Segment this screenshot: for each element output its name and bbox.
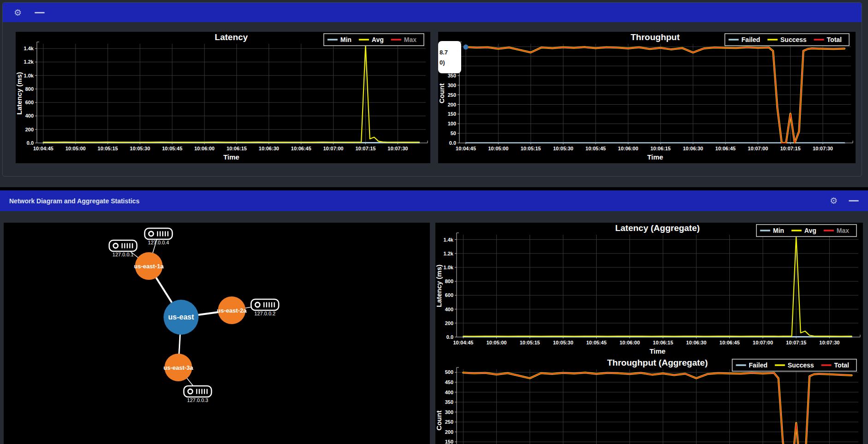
svg-text:10:07:00: 10:07:00 [748, 146, 768, 151]
svg-text:10:06:00: 10:06:00 [194, 146, 215, 151]
latency-aggregate-chart[interactable]: 10:04:4510:05:0010:05:1510:05:3010:05:45… [435, 223, 863, 357]
svg-text:Success: Success [780, 36, 807, 43]
svg-text:Count: Count [435, 410, 443, 430]
svg-text:Max: Max [404, 36, 416, 43]
svg-text:0.0: 0.0 [446, 334, 453, 340]
latency-chart[interactable]: 10:04:4510:05:0010:05:1510:05:3010:05:45… [16, 32, 430, 163]
svg-text:800: 800 [25, 86, 34, 92]
svg-text:200: 200 [445, 320, 453, 326]
throughput-plot: 10:04:4510:05:0010:05:1510:05:3010:05:45… [438, 32, 856, 163]
svg-text:Failed: Failed [749, 361, 767, 369]
minimize-icon[interactable] [35, 12, 45, 13]
svg-text:1.2k: 1.2k [444, 251, 454, 256]
dock-divider [0, 187, 868, 190]
svg-text:10:06:30: 10:06:30 [259, 146, 279, 151]
throughput-aggregate-chart[interactable]: 10:04:4510:05:0010:05:1510:05:3010:05:45… [435, 357, 863, 444]
svg-text:Success: Success [788, 361, 814, 369]
svg-text:10:06:15: 10:06:15 [651, 146, 671, 151]
svg-text:250: 250 [445, 419, 453, 425]
network-diagram[interactable]: 127.0.0.1127.0.0.4127.0.0.2127.0.0.3us-e… [4, 223, 430, 444]
svg-text:Throughput: Throughput [631, 32, 680, 42]
server-icon [145, 228, 172, 239]
svg-text:Total: Total [834, 361, 849, 369]
svg-text:Avg: Avg [804, 227, 816, 234]
svg-text:127.0.0.1: 127.0.0.1 [112, 252, 134, 257]
svg-text:10:06:00: 10:06:00 [618, 146, 638, 151]
data-point-tooltip: 8.7 0) [438, 41, 461, 73]
throughput-chart[interactable]: 8.7 0) 10:04:4510:05:0010:05:1510:05:301… [438, 32, 856, 163]
svg-text:Count: Count [438, 83, 446, 103]
svg-text:300: 300 [445, 409, 453, 415]
svg-text:Latency (Aggregate): Latency (Aggregate) [615, 223, 700, 233]
minimize-icon[interactable] [849, 200, 859, 201]
svg-text:200: 200 [445, 429, 453, 435]
svg-text:150: 150 [448, 111, 456, 117]
svg-text:1.2k: 1.2k [24, 59, 34, 65]
svg-text:us-east-3a: us-east-3a [164, 364, 194, 371]
svg-text:Latency (ms): Latency (ms) [16, 72, 23, 115]
tooltip-line-1: 8.7 [440, 47, 461, 58]
svg-text:Avg: Avg [372, 36, 384, 43]
svg-text:200: 200 [25, 127, 34, 132]
gear-icon[interactable]: ⚙ [14, 8, 22, 17]
svg-text:600: 600 [25, 100, 34, 105]
svg-text:250: 250 [448, 92, 456, 98]
network-dock-header[interactable]: Network Diagram and Aggregate Statistics… [0, 190, 868, 211]
svg-text:10:06:15: 10:06:15 [227, 146, 247, 151]
svg-text:0.0: 0.0 [27, 140, 34, 146]
gear-icon[interactable]: ⚙ [830, 196, 838, 205]
svg-text:Max: Max [837, 227, 849, 234]
svg-text:10:07:30: 10:07:30 [819, 340, 839, 345]
svg-text:10:04:45: 10:04:45 [33, 146, 53, 151]
server-icon [251, 299, 279, 310]
svg-text:450: 450 [445, 379, 453, 385]
svg-text:127.0.0.4: 127.0.0.4 [148, 240, 169, 245]
dock-title: Network Diagram and Aggregate Statistics [9, 197, 140, 205]
svg-text:10:07:15: 10:07:15 [786, 340, 806, 345]
svg-text:Min: Min [340, 36, 352, 43]
svg-text:10:06:15: 10:06:15 [653, 340, 673, 345]
svg-text:us-east-1a: us-east-1a [134, 263, 164, 270]
svg-text:10:07:30: 10:07:30 [813, 146, 833, 151]
svg-text:Latency: Latency [215, 32, 248, 42]
svg-text:10:06:45: 10:06:45 [716, 146, 736, 151]
svg-text:Failed: Failed [741, 36, 760, 43]
svg-text:10:04:45: 10:04:45 [453, 340, 473, 345]
svg-text:500: 500 [445, 369, 453, 375]
svg-text:1.4k: 1.4k [444, 237, 454, 243]
svg-text:10:05:00: 10:05:00 [65, 146, 86, 151]
svg-text:10:05:00: 10:05:00 [487, 340, 507, 345]
svg-text:Total: Total [827, 36, 842, 43]
svg-text:1.0k: 1.0k [444, 265, 454, 270]
svg-text:10:04:45: 10:04:45 [456, 146, 476, 151]
svg-text:0.0: 0.0 [449, 140, 456, 146]
server-icon [109, 240, 137, 251]
svg-text:200: 200 [448, 102, 456, 107]
svg-text:350: 350 [445, 399, 453, 405]
svg-text:10:05:15: 10:05:15 [98, 146, 118, 151]
svg-text:127.0.0.2: 127.0.0.2 [254, 311, 276, 316]
svg-text:400: 400 [445, 390, 453, 395]
svg-text:10:07:00: 10:07:00 [323, 146, 343, 151]
svg-text:300: 300 [448, 83, 456, 88]
svg-text:10:07:30: 10:07:30 [387, 146, 408, 151]
svg-text:400: 400 [25, 113, 34, 118]
svg-text:400: 400 [445, 307, 453, 312]
svg-text:10:05:45: 10:05:45 [586, 146, 606, 151]
server-icon [184, 386, 211, 397]
svg-text:us-east: us-east [168, 313, 194, 321]
tooltip-line-2: 0) [440, 58, 461, 68]
charts-dock-header[interactable]: ⚙ [3, 3, 862, 22]
svg-text:10:05:00: 10:05:00 [488, 146, 509, 151]
svg-text:50: 50 [451, 130, 456, 136]
svg-text:Latency (ms): Latency (ms) [435, 265, 443, 308]
throughput_agg-plot: 10:04:4510:05:0010:05:1510:05:3010:05:45… [435, 357, 863, 444]
aggregate-charts-panel: 10:04:4510:05:0010:05:1510:05:3010:05:45… [435, 223, 863, 444]
svg-text:us-east-2a: us-east-2a [217, 307, 247, 314]
svg-text:Throughput (Aggregate): Throughput (Aggregate) [607, 358, 708, 367]
svg-text:10:05:45: 10:05:45 [586, 340, 606, 345]
svg-text:10:05:15: 10:05:15 [520, 340, 540, 345]
network-diagram-plot: 127.0.0.1127.0.0.4127.0.0.2127.0.0.3us-e… [4, 223, 430, 444]
svg-text:Min: Min [773, 227, 784, 234]
svg-text:1.0k: 1.0k [24, 73, 34, 78]
